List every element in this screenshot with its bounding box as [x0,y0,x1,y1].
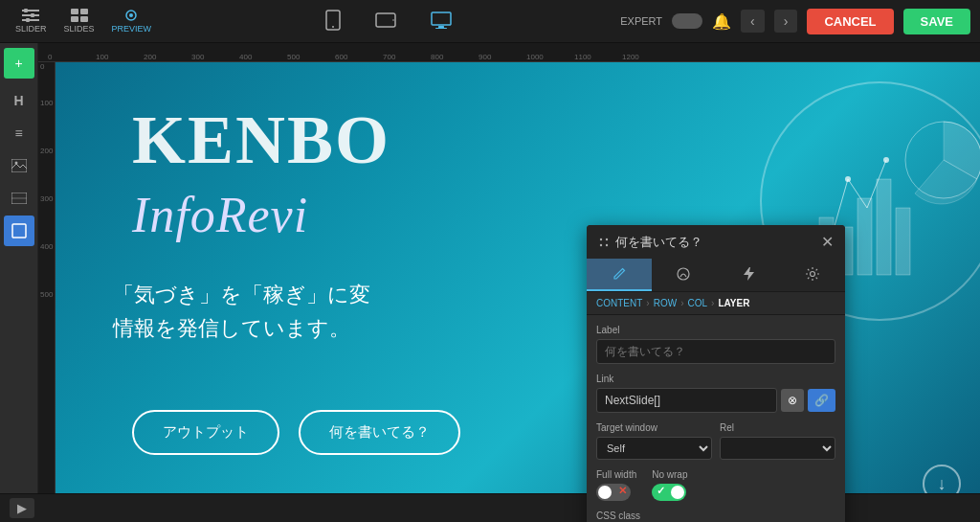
svg-rect-2 [22,19,39,21]
ruler-mark: 600 [335,53,383,61]
link-type-button[interactable]: 🔗 [808,389,835,412]
full-width-toggle[interactable]: ✕ [596,484,631,501]
ruler-mark: 900 [479,53,526,61]
slider-label: SLIDER [15,24,47,34]
tab-settings[interactable] [781,259,846,291]
tool-group-left: SLIDER SLIDES PREVIEW [10,5,157,37]
svg-point-11 [129,13,133,17]
svg-point-41 [606,243,608,245]
preview-label: PREVIEW [112,24,152,34]
rel-select[interactable]: nofollow noopener [720,437,835,460]
label-field-group: Label [596,325,835,364]
body-line1: 「気づき」を「稼ぎ」に変 [113,278,370,311]
sidebar-text-btn[interactable]: ≡ [4,118,34,148]
svg-rect-17 [438,26,444,28]
desktop-btn[interactable] [423,6,459,37]
toolbar-right: EXPERT 🔔 ‹ › CANCEL SAVE [620,9,970,34]
ruler-mark: 1200 [622,53,670,61]
panel-drag-icon [598,237,610,248]
play-button[interactable]: ▶ [10,498,34,518]
no-wrap-toggle[interactable]: ✓ [652,484,686,501]
sidebar-heading-btn[interactable]: H [4,85,34,116]
svg-point-13 [332,26,334,28]
add-element-button[interactable]: + [4,48,34,79]
svg-rect-9 [80,16,88,22]
breadcrumb-arrow: › [711,298,714,308]
target-window-select[interactable]: Self Blank Parent [596,437,712,460]
no-wrap-toggle-group: No wrap ✓ [652,469,687,501]
ruler-mark: 200 [144,53,191,61]
expert-label: EXPERT [620,15,662,27]
target-window-group: Target window Self Blank Parent [596,422,712,460]
no-wrap-label: No wrap [652,469,687,480]
save-button[interactable]: SAVE [903,9,970,34]
breadcrumb-content[interactable]: CONTENT [596,298,642,308]
panel-close-button[interactable]: ✕ [821,233,834,251]
svg-rect-3 [24,9,28,12]
sidebar-media-btn[interactable] [4,183,34,214]
cancel-button[interactable]: CANCEL [807,9,893,34]
slides-tool[interactable]: SLIDES [58,5,100,37]
rel-label: Rel [720,422,835,433]
ruler-mark: 400 [239,53,287,61]
svg-point-15 [392,19,394,21]
svg-rect-16 [432,12,451,25]
svg-rect-23 [12,224,26,238]
link-input[interactable] [596,388,777,413]
tab-edit[interactable] [587,259,652,291]
tab-style[interactable] [652,259,717,291]
breadcrumb-arrow: › [646,298,649,308]
slide-subtitle: InfoRevi [132,187,308,243]
btn-output[interactable]: アウトプット [132,410,279,455]
sidebar-image-btn[interactable] [4,150,34,181]
mobile-btn[interactable] [318,6,348,37]
panel-title: 何を書いてる？ [615,234,702,251]
slides-label: SLIDES [64,24,95,34]
expert-toggle[interactable] [672,13,702,29]
slide-buttons: アウトプット 何を書いてる？ [132,410,460,455]
panel-tabs [587,259,845,292]
left-sidebar: + H ≡ [0,43,38,522]
ruler-mark: 300 [191,53,239,61]
sidebar-layer-btn[interactable] [4,216,34,246]
full-width-label: Full width [596,469,636,480]
breadcrumb-layer: LAYER [718,298,749,308]
label-field-label: Label [596,325,835,335]
tab-lightning[interactable] [716,259,781,291]
breadcrumb-col[interactable]: COL [687,298,707,308]
ruler-mark: 700 [383,53,431,61]
prev-btn[interactable]: ‹ [741,10,765,33]
link-field-group: Link ⊗ 🔗 [596,374,835,413]
notification-icon[interactable]: 🔔 [712,12,731,31]
breadcrumb-arrow: › [680,298,683,308]
btn-whatwrite[interactable]: 何を書いてる？ [299,410,460,455]
slide-title: KENBO [132,101,390,180]
ruler-mark: 1100 [574,53,622,61]
label-input[interactable] [596,339,835,364]
tablet-btn[interactable] [368,6,404,37]
svg-rect-14 [376,13,395,27]
svg-rect-5 [26,18,30,22]
svg-point-36 [845,176,851,182]
svg-point-40 [600,243,602,245]
svg-point-39 [606,238,608,239]
svg-rect-18 [435,28,447,29]
preview-tool[interactable]: PREVIEW [106,5,158,37]
breadcrumb-row[interactable]: ROW [654,298,677,308]
canvas-area[interactable]: KENBO InfoRevi 「気づき」を「稼ぎ」に変 情報を発信しています。 … [56,62,980,522]
ruler-mark: 0 [48,53,96,61]
top-toolbar: SLIDER SLIDES PREVIEW EXPERT 🔔 ‹ › CANCE… [0,0,980,43]
slider-tool[interactable]: SLIDER [10,5,53,37]
layer-panel: 何を書いてる？ ✕ CONTENT › ROW › COL [587,225,845,522]
toggle-row: Full width ✕ No wrap ✓ [596,469,835,501]
next-btn[interactable]: › [774,10,798,33]
ruler: 0 100 200 300 400 500 600 700 800 900 10… [38,43,980,62]
ruler-mark: 500 [287,53,335,61]
svg-rect-6 [71,9,78,14]
svg-rect-7 [80,9,88,14]
svg-point-43 [811,272,815,277]
link-clear-button[interactable]: ⊗ [781,389,804,412]
css-class-label: CSS class [596,511,835,521]
full-width-toggle-group: Full width ✕ [596,469,636,501]
slide-body: 「気づき」を「稼ぎ」に変 情報を発信しています。 [113,278,370,345]
